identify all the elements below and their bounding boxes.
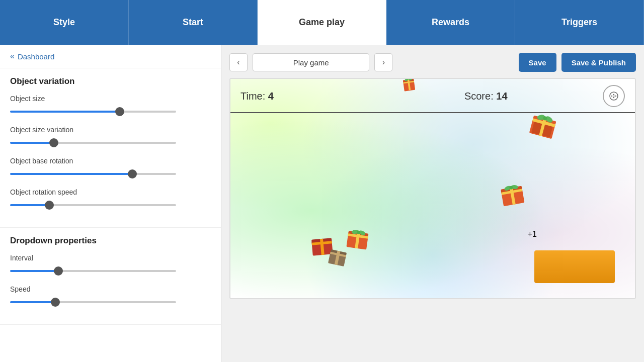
dashboard-label: Dashboard — [18, 52, 54, 61]
top-nav: Style Start Game play Rewards Triggers — [0, 0, 644, 45]
interval-slider-container — [10, 266, 211, 276]
object-size-variation-label: Object size variation — [10, 126, 211, 134]
next-button[interactable]: › — [374, 53, 392, 71]
object-base-rotation-slider-container — [10, 169, 211, 179]
main-content: « Dashboard Object variation Object size… — [0, 45, 644, 362]
gift-2 — [498, 177, 527, 209]
platform — [534, 250, 615, 283]
object-variation-title: Object variation — [10, 76, 211, 86]
svg-rect-5 — [612, 96, 615, 97]
score-value: 14 — [496, 90, 507, 102]
nav-gameplay[interactable]: Game play — [258, 0, 386, 45]
speed-slider[interactable] — [10, 301, 176, 303]
nav-rewards[interactable]: Rewards — [386, 0, 515, 45]
hud-time: Time: 4 — [240, 90, 274, 102]
game-canvas: Time: 4 Score: 14 — [229, 78, 636, 299]
controller-icon — [603, 85, 625, 107]
time-value: 4 — [268, 90, 274, 102]
object-size-slider-container — [10, 107, 211, 117]
dashboard-link[interactable]: « Dashboard — [0, 45, 221, 68]
hud-score: Score: 14 — [464, 90, 508, 102]
hud-divider — [230, 112, 635, 113]
chevron-left-icon: « — [10, 52, 15, 61]
score-label: Score: — [464, 90, 494, 102]
toolbar: ‹ Play game › Save Save & Publish — [229, 53, 636, 72]
interval-slider[interactable] — [10, 270, 176, 272]
object-base-rotation-slider[interactable] — [10, 173, 176, 175]
nav-style[interactable]: Style — [0, 0, 129, 45]
sidebar: « Dashboard Object variation Object size… — [0, 45, 221, 362]
speed-label: Speed — [10, 285, 211, 293]
game-hud: Time: 4 Score: 14 — [230, 79, 635, 113]
object-base-rotation-group: Object base rotation — [10, 157, 211, 179]
object-size-variation-slider[interactable] — [10, 142, 176, 144]
object-rotation-speed-label: Object rotation speed — [10, 188, 211, 196]
time-label: Time: — [240, 90, 265, 102]
speed-group: Speed — [10, 285, 211, 307]
dropdown-properties-section: Dropdown properties Interval Speed — [0, 228, 221, 325]
gift-6 — [398, 78, 420, 95]
object-rotation-speed-slider-container — [10, 200, 211, 210]
object-size-label: Object size — [10, 95, 211, 103]
nav-triggers[interactable]: Triggers — [515, 0, 644, 45]
svg-point-2 — [613, 94, 614, 95]
object-size-group: Object size — [10, 95, 211, 117]
dropdown-properties-title: Dropdown properties — [10, 236, 211, 246]
object-size-variation-slider-container — [10, 138, 211, 148]
object-size-variation-group: Object size variation — [10, 126, 211, 148]
object-size-slider[interactable] — [10, 111, 176, 113]
object-rotation-speed-slider[interactable] — [10, 204, 176, 206]
object-base-rotation-label: Object base rotation — [10, 157, 211, 165]
interval-label: Interval — [10, 254, 211, 262]
object-rotation-speed-group: Object rotation speed — [10, 188, 211, 210]
svg-point-1 — [611, 96, 612, 97]
object-variation-section: Object variation Object size Object size… — [0, 68, 221, 228]
speed-slider-container — [10, 297, 211, 307]
save-publish-button[interactable]: Save & Publish — [561, 53, 636, 72]
save-button[interactable]: Save — [519, 53, 556, 72]
nav-start[interactable]: Start — [129, 0, 258, 45]
svg-point-3 — [615, 96, 616, 97]
svg-point-4 — [613, 97, 614, 98]
right-panel: ‹ Play game › Save Save & Publish Time: … — [221, 45, 644, 362]
page-label: Play game — [253, 53, 369, 71]
interval-group: Interval — [10, 254, 211, 276]
prev-button[interactable]: ‹ — [229, 53, 248, 71]
plus-one-label: +1 — [528, 230, 537, 239]
